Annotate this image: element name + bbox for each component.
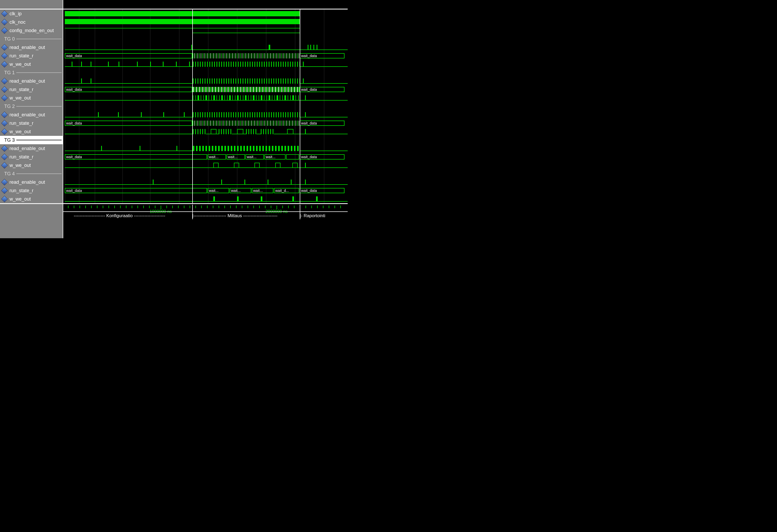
wave-tg4-read-enable-out[interactable] [63, 178, 348, 186]
bus-dense [193, 53, 300, 58]
wave-clk-noc[interactable] [63, 18, 348, 26]
time-ruler[interactable]: 1000000 ns 2000000 ns [63, 204, 348, 212]
wave-divider-tg1 [63, 69, 348, 77]
signal-icon [1, 78, 8, 84]
signal-label: read_enable_out [9, 112, 45, 118]
wave-tg0-run-state-r[interactable]: wait_data wait_data [63, 51, 348, 60]
signal-tg1-w-we-out[interactable]: w_we_out [0, 94, 63, 102]
clock-trace [65, 11, 300, 16]
divider-line [16, 140, 62, 140]
bus-value: wait_d... [274, 188, 299, 193]
signal-tg0-run-state-r[interactable]: run_state_r [0, 51, 63, 60]
signal-tg1-run-state-r[interactable]: run_state_r [0, 85, 63, 94]
wave-divider-tg4 [63, 169, 348, 178]
wave-tg0-w-we-out[interactable] [63, 60, 348, 69]
signal-label: w_we_out [9, 163, 31, 168]
wave-tg2-w-we-out[interactable] [63, 127, 348, 136]
group-label: TG 4 [2, 171, 15, 177]
signal-icon [1, 128, 8, 135]
waveform-viewer: clk_ip clk_noc config_mode_en_out TG 0 r… [0, 0, 348, 238]
waveform-pane[interactable]: wait_data wait_data [63, 0, 348, 238]
group-tg0[interactable]: TG 0 [0, 35, 63, 43]
bus-value: wait_data [300, 188, 344, 193]
wave-tg2-read-enable-out[interactable] [63, 111, 348, 119]
wave-tg0-read-enable-out[interactable] [63, 43, 348, 51]
name-pane-footer [0, 203, 63, 225]
signal-tg3-read-enable-out[interactable]: read_enable_out [0, 144, 63, 153]
signal-label: clk_noc [9, 19, 25, 25]
signal-label: clk_ip [9, 11, 22, 17]
wave-header [63, 0, 348, 9]
bus-dense [193, 87, 300, 92]
wave-tg3-read-enable-out[interactable] [63, 144, 348, 153]
signal-label: read_enable_out [9, 79, 45, 84]
signal-icon [1, 187, 8, 194]
bus-value: wait... [230, 188, 251, 193]
bus-value: wait_data [65, 188, 207, 193]
group-tg4[interactable]: TG 4 [0, 169, 63, 178]
signal-tg0-read-enable-out[interactable]: read_enable_out [0, 43, 63, 51]
signal-icon [1, 179, 8, 185]
signal-icon [1, 145, 8, 152]
bus-value: wait_data [300, 87, 344, 92]
signal-label: config_mode_en_out [9, 28, 54, 33]
wave-divider-tg3 [63, 136, 348, 144]
group-tg1[interactable]: TG 1 [0, 69, 63, 77]
bus-value: wait... [264, 154, 286, 159]
signal-clk-noc[interactable]: clk_noc [0, 18, 63, 26]
wave-tg2-run-state-r[interactable]: wait_data wait_data [63, 119, 348, 127]
signal-tg0-w-we-out[interactable]: w_we_out [0, 60, 63, 69]
wave-tg3-run-state-r[interactable]: wait_data wait... wait... wait... wait..… [63, 153, 348, 161]
signal-trace [192, 33, 300, 33]
signal-label: run_state_r [9, 87, 33, 92]
wave-tg3-w-we-out[interactable] [63, 161, 348, 169]
signal-tg4-run-state-r[interactable]: run_state_r [0, 186, 63, 195]
signal-tg4-read-enable-out[interactable]: read_enable_out [0, 178, 63, 186]
wave-config-mode-en-out[interactable] [63, 26, 348, 35]
signal-label: run_state_r [9, 121, 33, 126]
signal-config-mode-en-out[interactable]: config_mode_en_out [0, 26, 63, 35]
wave-tg4-run-state-r[interactable]: wait_data wait... wait... wait... wait_d… [63, 186, 348, 195]
cursor-a[interactable] [192, 9, 193, 203]
phase-konfiguraatio: --------------------- Konfiguraatio ----… [74, 213, 165, 219]
signal-icon [1, 195, 8, 202]
cursor-b[interactable] [300, 9, 300, 203]
signal-icon [1, 44, 8, 50]
signal-icon [1, 61, 8, 68]
signal-trace [65, 201, 348, 202]
wave-divider-tg2 [63, 102, 348, 111]
group-label: TG 2 [2, 104, 15, 109]
wave-tg4-w-we-out[interactable] [63, 195, 348, 203]
bus-value: wait... [245, 154, 264, 159]
group-tg3[interactable]: TG 3 [0, 136, 63, 144]
bus-value: wait... [252, 188, 273, 193]
signal-clk-ip[interactable]: clk_ip [0, 9, 63, 18]
signal-icon [1, 19, 8, 25]
signal-tg3-w-we-out[interactable]: w_we_out [0, 161, 63, 169]
phase-raportointi: |- Raportointi [300, 213, 325, 219]
signal-tg2-w-we-out[interactable]: w_we_out [0, 127, 63, 136]
group-label: TG 1 [2, 70, 15, 76]
bus-value: wait_data [65, 121, 192, 126]
signal-name-pane[interactable]: clk_ip clk_noc config_mode_en_out TG 0 r… [0, 0, 63, 238]
signal-label: read_enable_out [9, 146, 45, 151]
signal-tg2-run-state-r[interactable]: run_state_r [0, 119, 63, 127]
group-label: TG 3 [2, 137, 15, 143]
bus-value: wait_data [300, 154, 344, 159]
signal-tg4-w-we-out[interactable]: w_we_out [0, 195, 63, 203]
wave-tg1-w-we-out[interactable] [63, 94, 348, 102]
bus-dense [193, 121, 300, 126]
clock-trace [65, 19, 300, 24]
wave-tg1-run-state-r[interactable]: wait_data wait_data [63, 85, 348, 94]
signal-tg3-run-state-r[interactable]: run_state_r [0, 153, 63, 161]
signal-label: run_state_r [9, 154, 33, 160]
wave-tg1-read-enable-out[interactable] [63, 77, 348, 85]
wave-body[interactable]: wait_data wait_data [63, 9, 348, 203]
signal-icon [1, 111, 8, 118]
signal-tg1-read-enable-out[interactable]: read_enable_out [0, 77, 63, 85]
group-tg2[interactable]: TG 2 [0, 102, 63, 111]
signal-tg2-read-enable-out[interactable]: read_enable_out [0, 111, 63, 119]
wave-clk-ip[interactable] [63, 9, 348, 18]
bus-value: wait... [227, 154, 245, 159]
divider-line [16, 73, 62, 73]
